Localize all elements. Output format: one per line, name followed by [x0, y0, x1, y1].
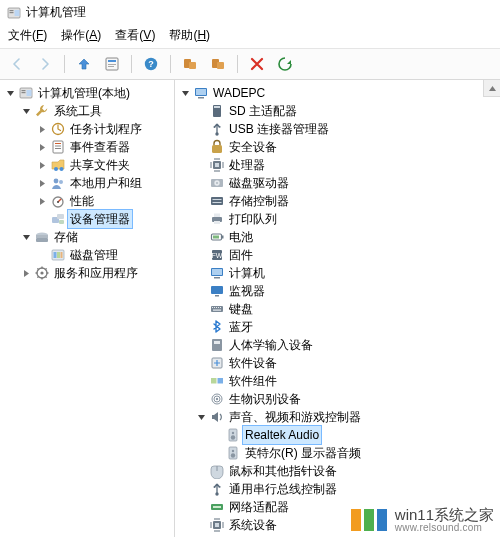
cpu-icon: [209, 157, 225, 173]
tree-item[interactable]: 事件查看器: [36, 138, 172, 156]
console-tree[interactable]: 计算机管理(本地)系统工具任务计划程序事件查看器共享文件夹本地用户和组性能设备管…: [0, 80, 174, 286]
tree-root-label: 计算机管理(本地): [36, 84, 132, 102]
tree-item[interactable]: 声音、视频和游戏控制器Realtek Audio英特尔(R) 显示器音频: [195, 408, 498, 462]
tree-item[interactable]: 打印队列: [195, 210, 498, 228]
tree-item[interactable]: 服务和应用程序: [20, 264, 172, 282]
expand-collapse-icon[interactable]: [36, 143, 48, 152]
keyboard-icon: [209, 301, 225, 317]
tree-item[interactable]: 人体学输入设备: [195, 336, 498, 354]
tree-item[interactable]: 鼠标和其他指针设备: [195, 462, 498, 480]
expand-collapse-icon[interactable]: [20, 233, 32, 242]
menu-view[interactable]: 查看(V): [115, 27, 155, 44]
expand-collapse-icon[interactable]: [36, 179, 48, 188]
pc-icon: [209, 265, 225, 281]
expand-collapse-icon[interactable]: [179, 89, 191, 98]
tree-root[interactable]: WADEPCSD 主适配器USB 连接器管理器安全设备处理器磁盘驱动器存储控制器…: [179, 84, 498, 537]
tree-item[interactable]: 性能: [36, 192, 172, 210]
menubar: 文件(F) 操作(A) 查看(V) 帮助(H): [0, 25, 500, 49]
delete-button[interactable]: [246, 53, 268, 75]
device-tree[interactable]: WADEPCSD 主适配器USB 连接器管理器安全设备处理器磁盘驱动器存储控制器…: [175, 80, 500, 537]
device-mgr-icon: [50, 211, 66, 227]
app-icon: [6, 5, 22, 21]
tree-item[interactable]: 软件组件: [195, 372, 498, 390]
tree-item[interactable]: 英特尔(R) 显示器音频: [211, 444, 498, 462]
expand-collapse-icon[interactable]: [36, 161, 48, 170]
tree-root[interactable]: 计算机管理(本地)系统工具任务计划程序事件查看器共享文件夹本地用户和组性能设备管…: [4, 84, 172, 282]
tree-item-label: 磁盘驱动器: [227, 174, 291, 192]
tree-item[interactable]: 设备管理器: [36, 210, 172, 228]
tree-item[interactable]: 蓝牙: [195, 318, 498, 336]
tree-item[interactable]: 监视器: [195, 282, 498, 300]
perf-icon: [50, 193, 66, 209]
expand-collapse-icon[interactable]: [20, 107, 32, 116]
computer-icon: [193, 85, 209, 101]
tree-item[interactable]: 计算机: [195, 264, 498, 282]
console-tree-pane: 计算机管理(本地)系统工具任务计划程序事件查看器共享文件夹本地用户和组性能设备管…: [0, 80, 175, 537]
tree-item[interactable]: Realtek Audio: [211, 426, 498, 444]
tree-item-label: 事件查看器: [68, 138, 132, 156]
expand-collapse-icon[interactable]: [4, 89, 16, 98]
tree-item[interactable]: 磁盘驱动器: [195, 174, 498, 192]
menu-action[interactable]: 操作(A): [61, 27, 101, 44]
toolbar-sep: [131, 55, 132, 73]
tree-item[interactable]: 电池: [195, 228, 498, 246]
tree-item-label: 系统设备: [227, 516, 279, 534]
battery-icon: [209, 229, 225, 245]
tree-item[interactable]: 生物识别设备: [195, 390, 498, 408]
tree-item[interactable]: 处理器: [195, 156, 498, 174]
tree-item[interactable]: 任务计划程序: [36, 120, 172, 138]
tree-item[interactable]: 网络适配器: [195, 498, 498, 516]
tree-item[interactable]: 系统工具任务计划程序事件查看器共享文件夹本地用户和组性能设备管理器: [20, 102, 172, 228]
tree-item[interactable]: 固件: [195, 246, 498, 264]
tree-item-label: 软件设备: [227, 354, 279, 372]
expand-collapse-icon[interactable]: [20, 269, 32, 278]
up-button[interactable]: [73, 53, 95, 75]
menu-file[interactable]: 文件(F): [8, 27, 47, 44]
wrench-icon: [34, 103, 50, 119]
tree-item[interactable]: 存储控制器: [195, 192, 498, 210]
share-icon: [50, 157, 66, 173]
scroll-up-arrow[interactable]: [483, 80, 500, 97]
back-button[interactable]: [6, 53, 28, 75]
tree-item[interactable]: 通用串行总线控制器: [195, 480, 498, 498]
tree-item[interactable]: USB 连接器管理器: [195, 120, 498, 138]
sd-icon: [209, 103, 225, 119]
toolbar: [0, 49, 500, 80]
toolbar-sep: [170, 55, 171, 73]
tree-item-label: 人体学输入设备: [227, 336, 315, 354]
expand-collapse-icon[interactable]: [195, 413, 207, 422]
expand-collapse-icon[interactable]: [36, 125, 48, 134]
hid-icon: [209, 337, 225, 353]
tree-item[interactable]: 系统设备: [195, 516, 498, 534]
tree-item[interactable]: 磁盘管理: [36, 246, 172, 264]
tree-item-label: 计算机: [227, 264, 267, 282]
tree-item-label: 软件组件: [227, 372, 279, 390]
tree-item[interactable]: 存储磁盘管理: [20, 228, 172, 264]
devices-button[interactable]: [179, 53, 201, 75]
mmc-window: 计算机管理 文件(F) 操作(A) 查看(V) 帮助(H) 计算机管理(本地)系…: [0, 0, 500, 537]
tree-item-label: 性能: [68, 192, 96, 210]
tree-item-label: 蓝牙: [227, 318, 255, 336]
tree-item[interactable]: 安全设备: [195, 138, 498, 156]
tree-item[interactable]: 软件设备: [195, 354, 498, 372]
devices2-button[interactable]: [207, 53, 229, 75]
tree-item[interactable]: 键盘: [195, 300, 498, 318]
forward-button[interactable]: [34, 53, 56, 75]
mouse-icon: [209, 463, 225, 479]
properties-button[interactable]: [101, 53, 123, 75]
tree-item[interactable]: 本地用户和组: [36, 174, 172, 192]
tree-item-label: 鼠标和其他指针设备: [227, 462, 339, 480]
refresh-button[interactable]: [274, 53, 296, 75]
details-pane: WADEPCSD 主适配器USB 连接器管理器安全设备处理器磁盘驱动器存储控制器…: [175, 80, 500, 537]
help-button[interactable]: [140, 53, 162, 75]
event-icon: [50, 139, 66, 155]
tree-item-label: 存储控制器: [227, 192, 291, 210]
menu-help[interactable]: 帮助(H): [169, 27, 210, 44]
sys-icon: [209, 517, 225, 533]
expand-collapse-icon[interactable]: [36, 197, 48, 206]
tree-item-label: Realtek Audio: [243, 426, 321, 444]
tree-item-label: 存储: [52, 228, 80, 246]
tree-item[interactable]: 共享文件夹: [36, 156, 172, 174]
tree-item[interactable]: SD 主适配器: [195, 102, 498, 120]
tree-item-label: 生物识别设备: [227, 390, 303, 408]
